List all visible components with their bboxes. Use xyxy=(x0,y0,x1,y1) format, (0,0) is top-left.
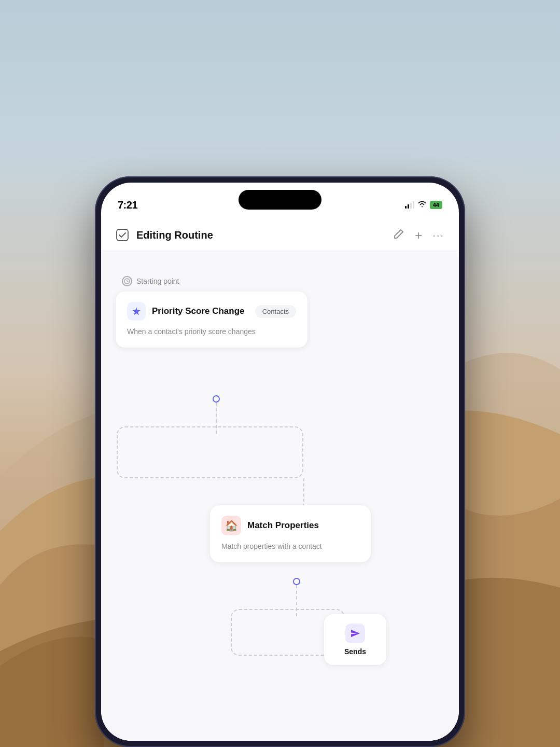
phone-screen: 7:21 4 xyxy=(101,183,459,741)
add-button[interactable]: + xyxy=(415,229,422,242)
edit-button[interactable] xyxy=(393,228,404,243)
header-actions: + ··· xyxy=(393,228,444,243)
canvas-area[interactable]: Starting point Priority Score Change Con… xyxy=(101,251,459,741)
connector-dot-2 xyxy=(293,578,300,585)
trigger-card-header: Priority Score Change Contacts xyxy=(127,302,296,321)
contacts-badge: Contacts xyxy=(255,305,296,318)
match-icon: 🏠 xyxy=(221,516,241,535)
sends-card[interactable]: Sends xyxy=(324,614,386,665)
more-button[interactable]: ··· xyxy=(432,229,444,241)
connector-dot-1 xyxy=(213,395,220,403)
trigger-card-description: When a contact's priority score changes xyxy=(127,327,296,337)
match-card-header-left: 🏠 Match Properties xyxy=(221,516,319,535)
starting-point-label: Starting point xyxy=(122,276,179,286)
trigger-card[interactable]: Priority Score Change Contacts When a co… xyxy=(116,292,307,348)
header-title: Editing Routine xyxy=(136,229,393,241)
dynamic-island xyxy=(239,190,321,210)
phone-frame: 7:21 4 xyxy=(95,176,465,747)
placeholder-box-1[interactable] xyxy=(117,426,303,478)
trigger-card-header-left: Priority Score Change xyxy=(127,302,245,321)
match-card-title: Match Properties xyxy=(247,520,319,531)
sends-label: Sends xyxy=(344,647,366,656)
trigger-icon xyxy=(127,302,146,321)
connector-2 xyxy=(303,478,304,507)
signal-icon xyxy=(405,201,414,209)
match-card-header: 🏠 Match Properties xyxy=(221,516,359,535)
wifi-icon xyxy=(417,200,427,210)
sends-icon xyxy=(345,624,365,643)
battery-icon: 44 xyxy=(430,201,442,209)
svg-rect-0 xyxy=(117,229,128,241)
match-card-description: Match properties with a contact xyxy=(221,542,359,552)
starting-point-icon xyxy=(122,276,132,286)
routine-icon xyxy=(116,228,130,243)
status-time: 7:21 xyxy=(118,199,137,211)
starting-point-text: Starting point xyxy=(136,277,179,285)
app-header: Editing Routine + ··· xyxy=(101,220,459,251)
trigger-card-title: Priority Score Change xyxy=(152,306,245,316)
connector-line-2 xyxy=(303,478,304,507)
match-card[interactable]: 🏠 Match Properties Match properties with… xyxy=(210,505,371,562)
status-icons: 44 xyxy=(405,200,442,210)
